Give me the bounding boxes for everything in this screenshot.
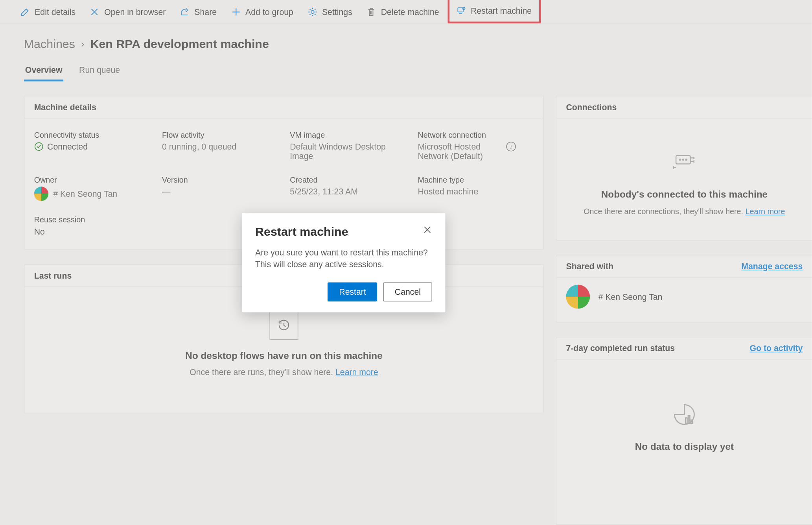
modal-overlay: Restart machine Are you sure you want to… xyxy=(0,0,812,525)
restart-confirm-button[interactable]: Restart xyxy=(328,283,377,302)
cancel-button[interactable]: Cancel xyxy=(383,283,432,302)
restart-confirm-dialog: Restart machine Are you sure you want to… xyxy=(242,213,446,312)
dialog-message: Are you sure you want to restart this ma… xyxy=(255,247,432,271)
close-icon[interactable] xyxy=(423,225,432,235)
dialog-title: Restart machine xyxy=(255,225,348,239)
